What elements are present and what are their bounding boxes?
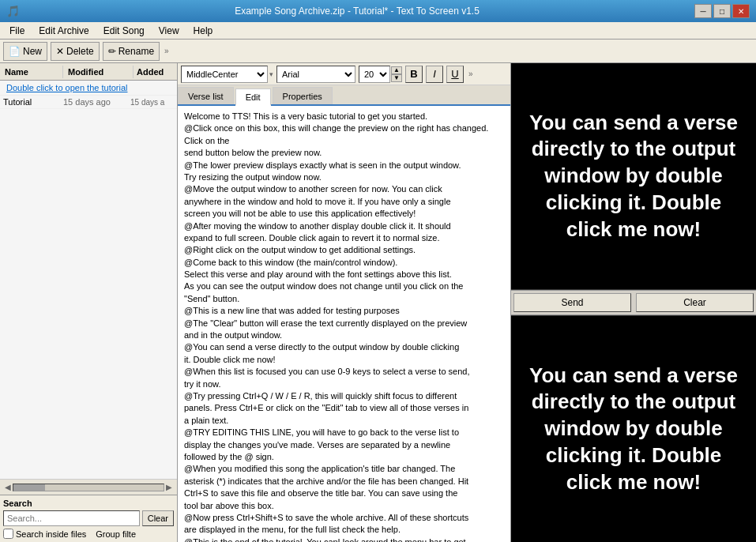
left-scrollbar[interactable]: ◀ ▶ <box>0 479 177 495</box>
search-input[interactable] <box>3 510 140 526</box>
file-modified: 15 days ago <box>63 97 130 107</box>
menu-edit-archive[interactable]: Edit Archive <box>32 24 95 38</box>
file-list-empty <box>0 109 177 479</box>
menu-bar: File Edit Archive Edit Song View Help <box>0 22 756 40</box>
col-added[interactable]: Added <box>134 66 177 78</box>
tab-verse-list[interactable]: Verse list <box>178 87 234 104</box>
new-button[interactable]: 📄 New <box>3 42 47 61</box>
font-size-control: 20 ▲ ▼ <box>359 66 402 83</box>
clear-button[interactable]: Clear <box>636 293 754 312</box>
menu-view[interactable]: View <box>152 24 186 38</box>
title-bar-title: Example Song Archive.zip - Tutorial* - T… <box>20 6 694 17</box>
main-container: Name Modified Added Double click to open… <box>0 63 756 542</box>
toolbar-expand-icon[interactable]: » <box>163 45 171 57</box>
new-icon: 📄 <box>9 46 21 57</box>
delete-button[interactable]: ✕ Delete <box>51 42 100 61</box>
scroll-left-arrow[interactable]: ◀ <box>3 483 13 491</box>
left-panel: Name Modified Added Double click to open… <box>0 63 178 542</box>
send-button[interactable]: Send <box>513 293 631 312</box>
size-down[interactable]: ▼ <box>391 74 402 82</box>
delete-label: Delete <box>66 46 94 57</box>
output-controls: Send Clear <box>511 290 756 315</box>
size-up[interactable]: ▲ <box>391 66 402 74</box>
scroll-track[interactable] <box>13 484 164 491</box>
align-select[interactable]: MiddleCenter <box>181 66 268 83</box>
title-bar-controls: ─ □ ✕ <box>694 4 750 18</box>
output-bottom-text: You can send a verse directly to the out… <box>524 363 743 496</box>
search-panel: Search Clear Search inside files Group f… <box>0 495 177 542</box>
title-bar-left: 🎵 <box>6 5 20 17</box>
search-inside-checkbox[interactable] <box>3 529 13 539</box>
scroll-thumb[interactable] <box>13 484 45 491</box>
italic-button[interactable]: I <box>426 66 443 83</box>
size-select[interactable]: 20 <box>359 66 390 83</box>
search-row: Clear <box>3 510 174 526</box>
font-select[interactable]: Arial <box>276 66 355 83</box>
app-icon: 🎵 <box>6 5 20 17</box>
text-content-area[interactable]: Welcome to TTS! This is a very basic tut… <box>178 106 510 542</box>
search-options-row: Search inside files Group filte <box>3 529 174 539</box>
new-label: New <box>23 46 42 57</box>
center-panel: MiddleCenter ▾ Arial 20 ▲ ▼ B I U » <box>178 63 511 542</box>
format-toolbar: MiddleCenter ▾ Arial 20 ▲ ▼ B I U » <box>178 63 510 85</box>
minimize-button[interactable]: ─ <box>694 4 712 18</box>
col-name[interactable]: Name <box>0 66 63 78</box>
tab-edit[interactable]: Edit <box>235 88 271 106</box>
menu-edit-song[interactable]: Edit Song <box>97 24 151 38</box>
bold-button[interactable]: B <box>405 66 423 83</box>
tab-properties[interactable]: Properties <box>273 87 333 104</box>
main-toolbar: 📄 New ✕ Delete ✏ Rename » <box>0 40 756 63</box>
maximize-button[interactable]: □ <box>713 4 731 18</box>
rename-label: Rename <box>118 46 154 57</box>
rename-button[interactable]: ✏ Rename <box>103 42 160 61</box>
delete-icon: ✕ <box>56 46 64 57</box>
close-button[interactable]: ✕ <box>732 4 750 18</box>
underline-button[interactable]: U <box>446 66 464 83</box>
title-bar: 🎵 Example Song Archive.zip - Tutorial* -… <box>0 0 756 22</box>
size-spinner[interactable]: ▲ ▼ <box>391 66 402 82</box>
menu-file[interactable]: File <box>3 24 31 38</box>
col-modified[interactable]: Modified <box>63 66 134 78</box>
menu-help[interactable]: Help <box>187 24 220 38</box>
file-hint[interactable]: Double click to open the tutorial <box>0 81 177 96</box>
search-clear-button[interactable]: Clear <box>142 510 174 526</box>
tabs-bar: Verse list Edit Properties <box>178 85 510 106</box>
search-inside-label[interactable]: Search inside files <box>3 529 86 539</box>
search-inside-text: Search inside files <box>16 529 86 539</box>
output-bottom-display[interactable]: You can send a verse directly to the out… <box>511 315 756 542</box>
group-filter-label: Group filte <box>96 529 136 539</box>
rename-icon: ✏ <box>108 46 116 57</box>
align-dropdown-icon: ▾ <box>269 70 273 78</box>
search-label: Search <box>3 499 174 508</box>
file-name: Tutorial <box>3 97 63 107</box>
format-expand-icon[interactable]: » <box>468 70 473 78</box>
file-list-header: Name Modified Added <box>0 63 177 81</box>
output-top-display[interactable]: You can send a verse directly to the out… <box>511 63 756 290</box>
scroll-right-arrow[interactable]: ▶ <box>164 483 174 491</box>
output-top-text: You can send a verse directly to the out… <box>524 110 743 243</box>
file-added: 15 days a <box>130 98 174 107</box>
right-panel: You can send a verse directly to the out… <box>511 63 756 542</box>
file-row-tutorial[interactable]: Tutorial 15 days ago 15 days a <box>0 96 177 109</box>
